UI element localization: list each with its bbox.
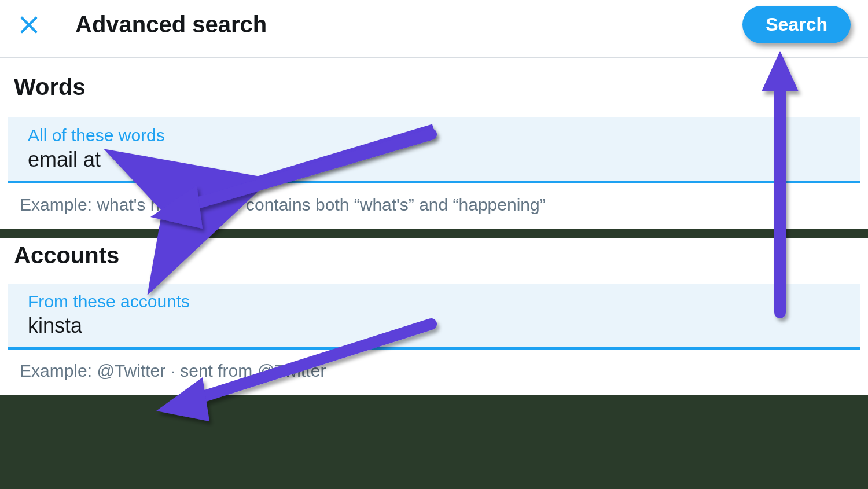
all-words-field[interactable]: All of these words	[8, 117, 860, 183]
close-icon	[19, 14, 39, 35]
all-words-label: All of these words	[28, 126, 840, 145]
accounts-section-title: Accounts	[0, 240, 868, 284]
close-button[interactable]	[17, 13, 41, 36]
panel-gap	[0, 229, 868, 238]
from-accounts-label: From these accounts	[28, 292, 840, 311]
words-section-title: Words	[0, 68, 868, 117]
search-button[interactable]: Search	[742, 6, 851, 43]
words-section: Words All of these words Example: what's…	[0, 58, 868, 229]
advanced-search-panel: Advanced search Search Words All of thes…	[0, 0, 868, 229]
dialog-header: Advanced search Search	[0, 0, 868, 58]
from-accounts-field[interactable]: From these accounts	[8, 284, 860, 350]
all-words-input[interactable]	[28, 146, 840, 175]
from-accounts-input[interactable]	[28, 312, 840, 341]
all-words-example: Example: what's happening · contains bot…	[0, 183, 868, 229]
accounts-section: Accounts From these accounts Example: @T…	[0, 238, 868, 395]
dialog-title: Advanced search	[75, 12, 742, 38]
from-accounts-example: Example: @Twitter · sent from @Twitter	[0, 350, 868, 395]
accounts-panel: Accounts From these accounts Example: @T…	[0, 238, 868, 395]
